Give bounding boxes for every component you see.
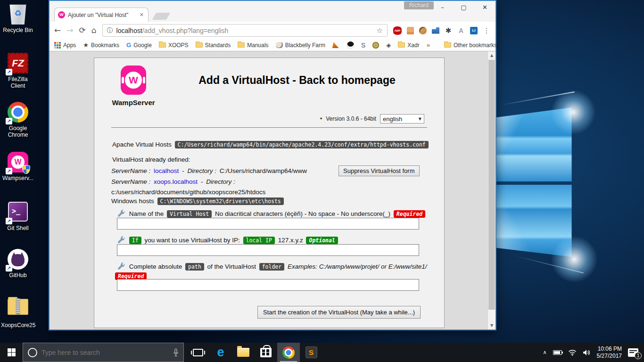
scroll-down-icon[interactable]: ▼ — [488, 321, 495, 329]
bookmark-apps[interactable]: Apps — [54, 42, 76, 49]
url-host: localhost — [116, 27, 142, 34]
folder-icon — [398, 42, 405, 48]
reload-button[interactable]: ⟳ — [79, 26, 86, 34]
required-badge: Required — [394, 210, 425, 218]
bookmark-phpmyadmin[interactable] — [332, 42, 340, 48]
stylish-extension-icon[interactable] — [432, 27, 439, 34]
scrollbar[interactable]: ▲ ▼ — [487, 51, 495, 329]
bookmark-seal-site[interactable] — [372, 42, 379, 49]
task-view-icon — [193, 349, 203, 356]
desktop-icon-google-chrome[interactable]: ↗ Google Chrome — [1, 102, 35, 138]
bookmark-blackbelly-farm[interactable]: Blackbelly Farm — [276, 42, 325, 49]
local-ip-badge: local IP — [243, 237, 275, 244]
bookmark-folder-xoops[interactable]: XOOPS — [159, 42, 189, 49]
chevron-down-icon: ▼ — [419, 117, 421, 121]
windows-logo-icon — [8, 348, 16, 356]
taskbar-sublime[interactable]: S — [300, 343, 322, 362]
desktop-icon-github[interactable]: ↗ GitHub — [1, 249, 35, 279]
folder-icon — [238, 42, 245, 48]
search-input[interactable] — [41, 349, 169, 356]
star-icon: ★ — [83, 41, 89, 49]
desktop-icon-recycle-bin[interactable]: ♻ Recycle Bin — [1, 4, 35, 33]
speaker-icon[interactable] — [583, 349, 591, 356]
scrollbar-thumb[interactable] — [488, 60, 495, 310]
profile-button[interactable]: Richard — [404, 1, 434, 9]
wamp-panel: W WampServer Add a VirtualHost - Back to… — [94, 58, 445, 328]
github-favicon — [347, 41, 354, 49]
bookmark-google[interactable]: G Google — [126, 41, 152, 49]
task-view-button[interactable] — [187, 343, 209, 362]
page-title[interactable]: Add a VirtualHost - Back to homepage — [160, 74, 434, 87]
bullet: • — [320, 115, 322, 122]
desktop-icon-xoopscore25[interactable]: XoopsCore25 — [1, 296, 35, 329]
field-label-text: of the VirtualHost — [207, 263, 256, 270]
taskbar-clock[interactable]: 10:06 PM 5/27/2017 — [597, 346, 622, 360]
adblock-plus-icon[interactable]: ABP — [393, 26, 402, 35]
bookmark-folder-standards[interactable]: Standards — [196, 42, 231, 49]
cortana-icon — [28, 348, 37, 357]
taskbar-edge[interactable]: e — [209, 343, 232, 362]
disabled-extension-icon[interactable]: A — [457, 26, 465, 35]
home-button[interactable]: ⌂ — [91, 26, 97, 34]
desktop-icon-wampserver[interactable]: W↗ Wampserv... — [1, 152, 35, 181]
new-tab-button[interactable] — [152, 13, 171, 20]
sheep-favicon — [276, 42, 283, 48]
shortcut-arrow-icon: ↗ — [6, 218, 12, 224]
uac-shield-icon — [22, 165, 30, 174]
taskbar-chrome[interactable] — [277, 343, 300, 362]
address-bar[interactable]: ⓘ localhost/add_vhost.php?lang=english ☆ — [102, 24, 388, 37]
suppress-vhost-form-button[interactable]: Suppress VirtualHost form — [339, 165, 420, 176]
desktop-icon-label: FileZilla Client — [1, 76, 35, 89]
tampermonkey-icon[interactable] — [407, 27, 414, 34]
vhost-link-localhost[interactable]: localhost — [154, 167, 179, 174]
taskbar-search[interactable] — [23, 343, 184, 362]
start-creation-button[interactable]: Start the creation of the VirtualHost (M… — [257, 306, 421, 319]
wifi-icon[interactable] — [568, 349, 577, 356]
windows-hosts-path: C:\WINDOWS\system32\drivers\etc\hosts — [157, 197, 284, 205]
browser-tab[interactable]: W Ajouter un "Virtual Host" ✕ — [54, 8, 149, 22]
close-button[interactable]: ✕ — [474, 1, 495, 14]
start-button[interactable] — [0, 343, 23, 362]
tab-close-icon[interactable]: ✕ — [139, 12, 145, 18]
hidden-icons-chevron[interactable]: ∧ — [543, 349, 547, 355]
vhost-name-input[interactable] — [117, 218, 419, 230]
zip-folder-icon — [8, 299, 28, 315]
bookmark-diamond-site[interactable]: ◈ — [386, 41, 391, 49]
forward-button[interactable]: → — [66, 26, 73, 34]
chrome-menu-icon[interactable]: ⋮ — [482, 26, 491, 35]
bookmarks-overflow-chevron[interactable]: » — [427, 41, 430, 49]
taskbar-file-explorer[interactable] — [232, 343, 255, 362]
vhost-ip-input[interactable] — [117, 244, 419, 256]
path-badge: path — [185, 263, 204, 271]
bookmark-star-icon[interactable]: ☆ — [377, 26, 383, 35]
battery-icon[interactable] — [553, 350, 562, 355]
bookmark-bookmarks[interactable]: ★ Bookmarks — [83, 41, 119, 49]
linkedin-extension-icon[interactable]: LI — [470, 27, 478, 34]
other-bookmarks[interactable]: Other bookmarks — [444, 42, 497, 49]
desktop-icon-git-shell[interactable]: >_↗ Git Shell — [1, 202, 35, 231]
scroll-up-icon[interactable]: ▲ — [488, 51, 495, 59]
cookie-extension-icon[interactable] — [419, 27, 427, 34]
maximize-button[interactable]: ▢ — [453, 1, 474, 14]
bookmark-s-site[interactable]: S — [361, 41, 365, 49]
vhost-link-xoops-localhost[interactable]: xoops.localhost — [154, 178, 198, 185]
minimize-button[interactable]: – — [432, 1, 453, 14]
desktop-icon-label: Recycle Bin — [1, 27, 35, 33]
vhost-path-input[interactable] — [117, 279, 419, 291]
bookmark-folder-xadr[interactable]: Xadr — [398, 42, 419, 49]
action-center-icon[interactable]: 1 — [628, 348, 638, 357]
bookmark-github[interactable] — [347, 41, 354, 49]
language-select[interactable]: english ▼ — [380, 114, 424, 123]
bookmark-folder-manuals[interactable]: Manuals — [238, 42, 268, 49]
shortcut-arrow-icon: ↗ — [6, 69, 12, 75]
servername-label: ServerName : — [111, 178, 150, 185]
page-info-icon[interactable]: ⓘ — [107, 26, 113, 35]
back-button[interactable]: ← — [54, 26, 61, 34]
apache-vhosts-label: Apache Virtual Hosts — [112, 141, 172, 148]
desktop-icon-filezilla[interactable]: FZ↗ FileZilla Client — [1, 53, 35, 89]
directory-label: Directory : — [187, 167, 216, 174]
desktop-icon-label: Google Chrome — [1, 125, 35, 138]
shortcut-arrow-icon: ↗ — [6, 168, 12, 174]
gear-extension-icon[interactable]: ✱ — [444, 26, 453, 35]
taskbar-store[interactable] — [255, 343, 277, 362]
